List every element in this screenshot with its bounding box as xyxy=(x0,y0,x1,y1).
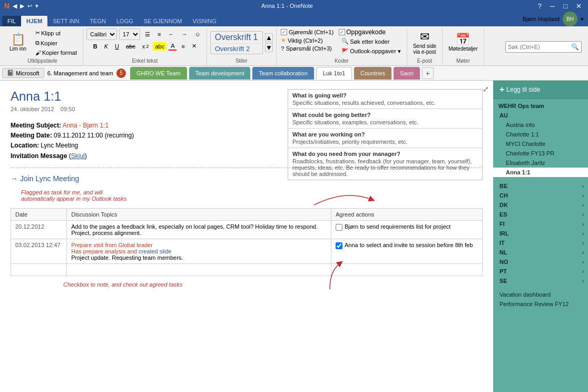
sidebar-myci-charlotte[interactable]: MYCI Charlotte xyxy=(493,139,588,149)
row1-checkbox[interactable] xyxy=(336,224,342,231)
row1-checkbox-container: Bjørn to send requirements list for proj… xyxy=(336,223,478,231)
motedetaljer-button[interactable]: 📅 Møtedetaljer xyxy=(446,32,481,53)
align-button[interactable]: ≡ xyxy=(179,42,187,51)
epost-content: ✉ Send sidevia e-post xyxy=(410,28,439,57)
ribbon-group-moter: 📅 Møtedetaljer Møter xyxy=(443,28,484,65)
sidebar-austria-info[interactable]: Austria info xyxy=(493,120,588,130)
sidebar-charlotte-fy13[interactable]: Charlotte FY13 PR xyxy=(493,149,588,158)
style-h2-button[interactable]: Overskrift 2 xyxy=(211,44,262,54)
tab-countries[interactable]: Countries xyxy=(354,67,391,80)
indent-out-button[interactable]: ← xyxy=(165,30,177,38)
tab-saori[interactable]: Saori xyxy=(394,67,420,80)
underline-button[interactable]: U xyxy=(112,42,122,51)
sidebar-pt[interactable]: PT › xyxy=(493,267,588,276)
sidebar-fi[interactable]: FI › xyxy=(493,219,588,229)
styles-up-button[interactable]: ▲ xyxy=(265,33,273,42)
font-size-select[interactable]: 17 xyxy=(119,28,140,40)
tab-add-button[interactable]: + xyxy=(422,67,434,79)
kopier-button[interactable]: ⧉ Kopier xyxy=(33,38,80,47)
sidebar-it[interactable]: IT › xyxy=(493,238,588,248)
info-answer-4: Roadblocks, frustrations, feedback (for … xyxy=(292,158,478,177)
sidebar-ch[interactable]: CH › xyxy=(493,191,588,200)
list-button[interactable]: ☰ xyxy=(142,30,153,39)
sidebar-dk[interactable]: DK › xyxy=(493,200,588,210)
main-layout: ⤢ What is going well? Specific situation… xyxy=(0,81,588,392)
info-box: What is going well? Specific situations,… xyxy=(288,89,483,180)
search-input[interactable] xyxy=(508,44,571,50)
sidebar-au[interactable]: AU xyxy=(493,111,588,120)
row2-date: 03.02.2013 12:47 xyxy=(11,239,67,263)
tab-logg[interactable]: LOGG xyxy=(111,16,139,26)
row2-checkbox[interactable] xyxy=(336,242,342,249)
highlight-button[interactable]: abc xyxy=(153,42,166,51)
tab-luk-1to1[interactable]: Luk 1to1 xyxy=(316,67,352,80)
tab-se-gjennom[interactable]: SE GJENNOM xyxy=(139,16,188,26)
user-dropdown-icon[interactable]: ▾ xyxy=(581,16,584,23)
sporsmal-item[interactable]: ? Spørsmål (Ctrl+3) xyxy=(280,45,335,52)
sidebar-performance-review[interactable]: Performance Review FY12 xyxy=(493,299,588,309)
badge: 5 xyxy=(116,68,126,78)
format-icon: 🖌 xyxy=(35,50,41,56)
kopier-format-button[interactable]: 🖌 Kopier format xyxy=(33,48,80,57)
send-email-icon: ✉ xyxy=(420,31,429,43)
style-h1-button[interactable]: Overskrift 1 xyxy=(211,32,262,44)
tab-team-collaboration[interactable]: Team collaboration xyxy=(252,67,313,80)
subscript-button[interactable]: x2 xyxy=(140,42,152,51)
it-label: IT xyxy=(499,240,505,246)
quick-access-back[interactable]: ◀ xyxy=(13,3,17,9)
lim-inn-button[interactable]: 📋 Lim inn xyxy=(5,32,31,53)
sidebar-countries-section: BE › CH › DK › ES › FI › IRL › xyxy=(493,179,588,288)
indent-in-button[interactable]: → xyxy=(179,30,190,38)
tab-fil[interactable]: FIL xyxy=(2,16,21,26)
sok-etter-koder-button[interactable]: 🔍 Søk etter koder xyxy=(339,37,404,46)
smiley-button[interactable]: ☺ xyxy=(192,30,203,38)
info-question-1: What is going well? xyxy=(292,92,478,99)
send-side-button[interactable]: ✉ Send sidevia e-post xyxy=(410,30,439,56)
invitation-link[interactable]: Skjul xyxy=(71,152,85,160)
strikethrough-button[interactable]: abc xyxy=(123,42,138,51)
help-button[interactable]: ? xyxy=(536,2,544,10)
tab-ghro-we-team[interactable]: GHRO WE Team xyxy=(130,67,187,80)
outlook-oppgaver-button[interactable]: 🚩 Outlook-oppgaver ▾ xyxy=(339,47,404,56)
add-page-button[interactable]: + Legg til side xyxy=(493,81,588,99)
sidebar-irl[interactable]: IRL › xyxy=(493,229,588,238)
search-icon: 🔍 xyxy=(571,43,579,51)
meeting-subject-label: Meeting Subject: xyxy=(11,122,61,129)
sidebar-vacation-dashboard[interactable]: Vacation dashboard xyxy=(493,290,588,299)
sidebar-elisabeth[interactable]: Elisabeth Jaritz xyxy=(493,158,588,168)
quick-access-forward[interactable]: ▶ xyxy=(20,3,24,9)
tab-hjem[interactable]: HJEM xyxy=(21,16,48,26)
bold-button[interactable]: B xyxy=(91,42,100,51)
viktig-item[interactable]: ★ Viktig (Ctrl+2) xyxy=(280,36,335,44)
close-button[interactable]: ✕ xyxy=(574,2,584,10)
font-family-select[interactable]: Calibri xyxy=(86,28,117,40)
es-label: ES xyxy=(499,211,507,218)
location-label: Location: xyxy=(11,142,39,149)
info-box-row-4: What do you need from your manager? Road… xyxy=(288,148,482,180)
styles-down-button[interactable]: ▼ xyxy=(265,43,273,52)
maximize-button[interactable]: □ xyxy=(561,2,570,10)
sidebar-se[interactable]: SE › xyxy=(493,276,588,286)
font-color-button[interactable]: A xyxy=(168,42,177,51)
italic-button[interactable]: K xyxy=(102,42,111,51)
tab-sett-inn[interactable]: SETT INN xyxy=(47,16,84,26)
numbering-button[interactable]: ≡ xyxy=(155,30,163,38)
expand-icon[interactable]: ⤢ xyxy=(483,85,489,93)
sidebar-es[interactable]: ES › xyxy=(493,210,588,219)
tab-visning[interactable]: VISNING xyxy=(187,16,221,26)
sidebar-be[interactable]: BE › xyxy=(493,181,588,191)
notebook-button[interactable]: 📓 Microsoft xyxy=(2,68,44,78)
tab-team-development[interactable]: Team development xyxy=(189,67,251,80)
info-box-row-3: What are you working on? Projects/initia… xyxy=(288,129,482,148)
gjoremal-item[interactable]: ✓ Gjøremål (Ctrl+1) xyxy=(280,28,335,36)
sidebar-anna-11[interactable]: Anna 1:1 xyxy=(493,168,588,177)
tab-tegn[interactable]: TEGN xyxy=(84,16,111,26)
klipp-ut-button[interactable]: ✂ Klipp ut xyxy=(33,28,80,37)
quick-access-undo[interactable]: ↩ xyxy=(27,3,32,9)
minimize-button[interactable]: ─ xyxy=(548,2,557,10)
clear-format-button[interactable]: ✕ xyxy=(189,42,199,51)
sidebar-nl[interactable]: NL › xyxy=(493,248,588,257)
sidebar-no[interactable]: NO › xyxy=(493,257,588,267)
sidebar-charlotte-11[interactable]: Charlotte 1:1 xyxy=(493,130,588,139)
table-body: 20.12.2012 Add to the pages a feedback l… xyxy=(11,220,483,276)
